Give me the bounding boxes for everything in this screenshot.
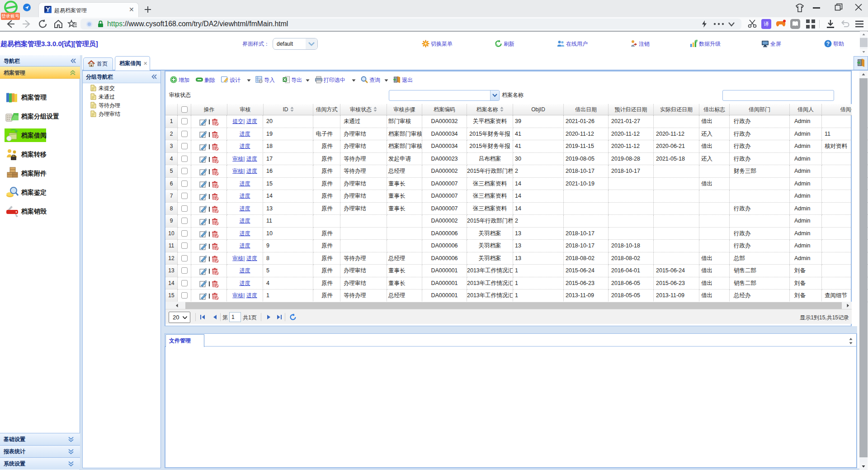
svg-text:?: ?: [826, 41, 830, 47]
